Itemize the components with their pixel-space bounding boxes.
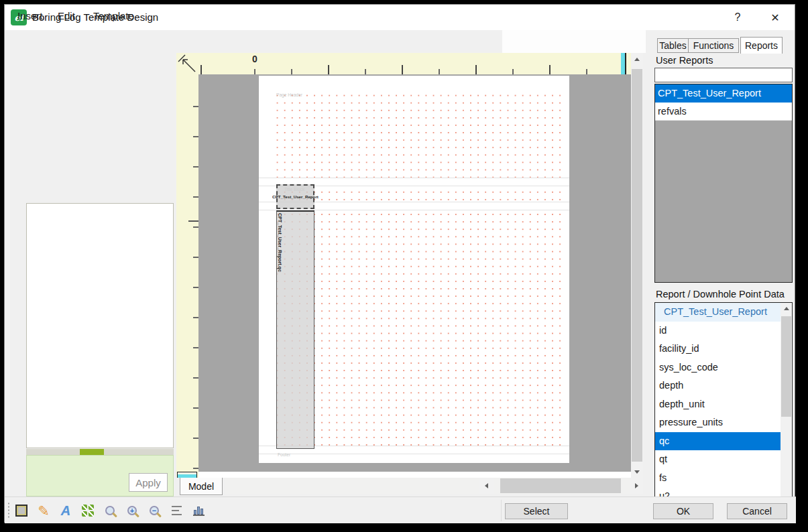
grid-dots <box>274 92 564 459</box>
text-tool-button[interactable]: A <box>57 502 74 519</box>
list-item[interactable]: facility_id <box>655 340 782 358</box>
list-item[interactable]: sys_loc_code <box>655 358 782 377</box>
tab-reports[interactable]: Reports <box>740 37 783 54</box>
tab-model[interactable]: Model <box>180 478 223 495</box>
down-arrow-icon <box>634 470 640 474</box>
scroll-down-button[interactable] <box>631 466 643 478</box>
page-header-label: Page Header <box>276 92 302 97</box>
toolbar-grip[interactable] <box>7 502 10 519</box>
column-element-text: CPT_Test_User_Report.qc <box>277 212 282 272</box>
list-item[interactable]: depth <box>655 377 782 395</box>
list-group-header[interactable]: CPT_Test_User_Report <box>655 303 782 322</box>
point-data-rows: CPT_Test_User_Report id facility_id sys_… <box>655 303 782 496</box>
ruler-ticks-vertical <box>193 74 198 478</box>
pencil-tool-button[interactable]: ✎ <box>35 502 52 519</box>
dialog-window: ei Boring Log Template Design ? ✕ Insert… <box>4 4 795 523</box>
up-arrow-icon <box>784 307 789 310</box>
menu-template[interactable]: Template <box>89 5 138 27</box>
page-width-marker <box>621 53 626 74</box>
left-arrow-icon <box>485 483 488 488</box>
up-arrow-icon <box>634 58 640 61</box>
zoom-out-button[interactable] <box>146 502 163 519</box>
resize-tool-button[interactable] <box>79 502 97 519</box>
design-canvas: 0 Page Header Title Block Footer CPT_T <box>176 53 643 496</box>
list-item[interactable]: CPT_Test_User_Report <box>655 84 792 103</box>
zoom-in-icon <box>127 506 137 515</box>
list-item-selected[interactable]: qc <box>655 432 782 451</box>
ruler-origin-label: 0 <box>250 54 259 64</box>
zoom-out-icon <box>150 506 159 515</box>
tab-functions[interactable]: Functions <box>688 38 739 53</box>
template-page[interactable]: Page Header Title Block Footer CPT_Test_… <box>259 76 569 463</box>
ruler-tick-long <box>188 220 198 222</box>
cancel-button[interactable]: Cancel <box>727 503 787 519</box>
list-item[interactable]: id <box>655 322 782 340</box>
menu-edit[interactable]: Edit <box>54 5 79 27</box>
scroll-right-button[interactable] <box>630 478 643 494</box>
point-data-list[interactable]: CPT_Test_User_Report id facility_id sys_… <box>654 302 793 496</box>
select-rect-icon <box>15 505 27 517</box>
zoom-tool-button[interactable] <box>101 502 119 519</box>
zoom-in-button[interactable] <box>123 502 141 519</box>
toolbar-separator <box>501 500 502 521</box>
point-data-label: Report / Downhole Point Data <box>656 289 785 300</box>
select-tool-button[interactable] <box>13 502 30 519</box>
list-item[interactable]: refvals <box>655 103 792 121</box>
list-item[interactable]: depth_unit <box>655 395 782 414</box>
list-item[interactable]: pressure_units <box>655 413 782 432</box>
apply-panel: Apply <box>26 455 174 496</box>
text-icon: A <box>61 504 70 517</box>
list-scroll-up-button[interactable] <box>781 303 792 314</box>
ok-button[interactable]: OK <box>653 503 713 519</box>
resize-arrow-icon <box>176 53 198 74</box>
canvas-bottom-bar: Model <box>176 478 643 496</box>
tab-tables[interactable]: Tables <box>657 38 689 53</box>
ruler-corner <box>176 53 198 74</box>
user-reports-label: User Reports <box>656 55 713 66</box>
selected-title-element[interactable]: CPT_Test_User_Report <box>276 184 314 209</box>
column-chart-icon <box>193 505 205 516</box>
scroll-left-button[interactable] <box>479 478 494 494</box>
vertical-scroll-thumb[interactable] <box>632 69 642 462</box>
horizontal-ruler: 0 <box>198 53 631 74</box>
order-lines-icon <box>172 506 182 515</box>
user-reports-list[interactable]: CPT_Test_User_Report refvals <box>654 84 793 283</box>
list-item[interactable]: qt <box>655 450 782 469</box>
user-reports-filter-input[interactable] <box>654 68 793 82</box>
order-tool-button[interactable] <box>168 502 185 519</box>
list-scroll-thumb[interactable] <box>781 316 791 417</box>
close-button[interactable]: ✕ <box>762 5 788 30</box>
pencil-icon: ✎ <box>38 504 50 518</box>
properties-panel <box>26 203 174 448</box>
splitter-handle[interactable] <box>80 449 104 455</box>
select-button[interactable]: Select <box>505 503 568 519</box>
magnifier-icon <box>105 506 115 515</box>
footer-label: Footer <box>278 452 290 457</box>
scroll-up-button[interactable] <box>631 53 643 65</box>
menu-insert[interactable]: Insert <box>13 5 47 27</box>
horizontal-scrollbar[interactable] <box>225 478 643 494</box>
canvas-margin: Page Header Title Block Footer CPT_Test_… <box>198 74 631 472</box>
list-item[interactable]: fs <box>655 469 782 488</box>
list-item[interactable]: u2 <box>655 487 782 496</box>
chart-tool-button[interactable] <box>190 502 207 519</box>
apply-button[interactable]: Apply <box>129 473 168 492</box>
right-arrow-icon <box>635 483 638 488</box>
right-panel: Tables Functions Reports User Reports CP… <box>646 37 796 496</box>
ruler-ticks-major <box>198 65 621 74</box>
bottom-toolbar: ✎ A Select OK Cancel <box>5 496 796 523</box>
drawing-tools: ✎ A <box>13 502 207 519</box>
screen: ei Boring Log Template Design ? ✕ Insert… <box>0 0 808 532</box>
help-button[interactable]: ? <box>725 5 750 30</box>
resize-arrows-icon <box>82 505 94 517</box>
canvas-viewport: Page Header Title Block Footer CPT_Test_… <box>198 74 631 478</box>
qc-column-element[interactable]: CPT_Test_User_Report.qc <box>276 210 314 449</box>
menu-bar-spacer <box>502 30 646 53</box>
vertical-ruler <box>176 74 198 478</box>
list-scrollbar[interactable] <box>781 303 792 496</box>
horizontal-scroll-thumb[interactable] <box>500 478 621 493</box>
title-element-text: CPT_Test_User_Report <box>272 194 319 199</box>
vertical-scrollbar[interactable] <box>631 53 643 478</box>
